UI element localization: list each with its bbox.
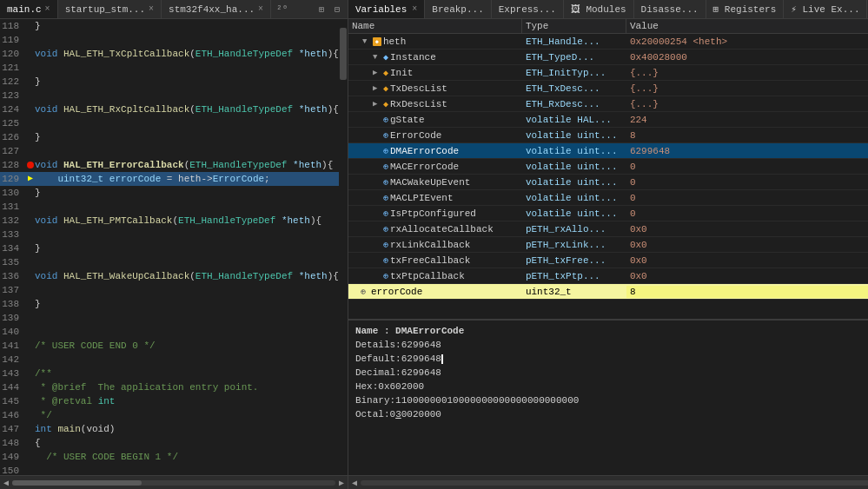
tab-breakpoints[interactable]: Breakp... bbox=[425, 0, 491, 18]
vars-horizontal-scrollbar[interactable]: ◀ ▶ bbox=[348, 475, 868, 489]
tab-disassembly[interactable]: Disasse... bbox=[634, 0, 706, 18]
h-scrollbar-thumb[interactable] bbox=[12, 480, 142, 486]
breakpoint-gutter[interactable] bbox=[26, 158, 35, 172]
breakpoint-gutter[interactable] bbox=[26, 450, 35, 464]
var-row-errorcode-local[interactable]: ⊕ errorCode uint32_t 8 bbox=[348, 284, 868, 300]
var-row-rxallocatecallback[interactable]: ▶ ⊕ rxAllocateCallback pETH_rxAllo... 0x… bbox=[348, 221, 868, 237]
var-value-dmaerrorcode: 6299648 bbox=[626, 145, 868, 157]
breakpoint-gutter[interactable] bbox=[26, 102, 35, 116]
code-area: 118 } 119 120 void HAL_ETH_TxCpltCallbac… bbox=[0, 19, 348, 475]
close-icon[interactable]: × bbox=[45, 4, 50, 14]
scroll-right-icon[interactable]: ▶ bbox=[339, 478, 344, 488]
var-row-rxdesclist[interactable]: ▶ ◆ RxDescList ETH_RxDesc... {...} bbox=[348, 96, 868, 112]
code-horizontal-scrollbar[interactable]: ◀ ▶ bbox=[0, 475, 348, 489]
var-row-txptpcallback[interactable]: ▶ ⊕ txPtpCallback pETH_txPtp... 0x0 bbox=[348, 268, 868, 284]
breakpoint-gutter[interactable] bbox=[26, 89, 35, 102]
var-name-txptpcallback: ▶ ⊕ txPtpCallback bbox=[348, 270, 522, 282]
var-row-instance[interactable]: ▼ ◆ Instance ETH_TypeD... 0x40028000 bbox=[348, 50, 868, 65]
var-type-rxallocatecallback: pETH_rxAllo... bbox=[522, 223, 626, 235]
code-text: void HAL_ETH_WakeUpCallback(ETH_HandleTy… bbox=[35, 269, 339, 283]
breakpoint-gutter[interactable] bbox=[26, 116, 35, 130]
code-line: 120 void HAL_ETH_TxCpltCallback(ETH_Hand… bbox=[0, 47, 339, 61]
breakpoint-gutter[interactable] bbox=[26, 61, 35, 75]
var-row-gstate[interactable]: ▶ ⊕ gState volatile HAL... 224 bbox=[348, 112, 868, 128]
breakpoint-gutter[interactable] bbox=[26, 75, 35, 89]
tab-main-c[interactable]: main.c × bbox=[0, 0, 58, 18]
breakpoint-gutter[interactable] bbox=[26, 283, 35, 297]
var-type-rxlinkcallback: pETH_rxLink... bbox=[522, 239, 626, 251]
var-row-macwakeupevent[interactable]: ▶ ⊕ MACWakeUpEvent volatile uint... 0 bbox=[348, 175, 868, 190]
breakpoint-gutter[interactable] bbox=[26, 228, 35, 241]
breakpoint-gutter[interactable] bbox=[26, 33, 35, 47]
breakpoint-gutter[interactable] bbox=[26, 311, 35, 325]
var-row-macerrorcode[interactable]: ▶ ⊕ MACErrorCode volatile uint... 0 bbox=[348, 159, 868, 175]
close-icon[interactable]: × bbox=[258, 4, 263, 14]
variables-table[interactable]: ▼ ◆ heth ETH_Handle... 0x20000254 <heth>… bbox=[348, 34, 868, 319]
code-text bbox=[35, 228, 339, 241]
breakpoint-gutter[interactable] bbox=[26, 200, 35, 214]
breakpoint-gutter[interactable] bbox=[26, 241, 35, 255]
var-label: Init bbox=[390, 68, 413, 78]
expand-icon[interactable]: ▶ bbox=[373, 68, 381, 77]
scroll-left-icon[interactable]: ◀ bbox=[3, 478, 9, 488]
var-row-errorcode-eth[interactable]: ▶ ⊕ ErrorCode volatile uint... 8 bbox=[348, 128, 868, 143]
scrollbar-thumb[interactable] bbox=[340, 28, 347, 80]
breakpoint-gutter[interactable] bbox=[26, 47, 35, 61]
breakpoint-gutter[interactable] bbox=[26, 367, 35, 380]
breakpoint-gutter[interactable] bbox=[26, 353, 35, 367]
var-row-txfreecallback[interactable]: ▶ ⊕ txFreeCallback pETH_txFree... 0x0 bbox=[348, 253, 868, 268]
line-number: 143 bbox=[0, 367, 26, 380]
var-label: gState bbox=[390, 115, 425, 125]
var-row-init[interactable]: ▶ ◆ Init ETH_InitTyp... {...} bbox=[348, 65, 868, 81]
tab-startup[interactable]: startup_stm... × bbox=[58, 0, 162, 18]
breakpoint-gutter[interactable] bbox=[26, 297, 35, 311]
var-row-maclpievent[interactable]: ▶ ⊕ MACLPIEvent volatile uint... 0 bbox=[348, 190, 868, 206]
expand-icon[interactable]: ▶ bbox=[373, 99, 381, 109]
tab-variables[interactable]: Variables × bbox=[348, 0, 425, 19]
expand-icon[interactable]: ▼ bbox=[373, 53, 381, 62]
breakpoint-gutter[interactable] bbox=[26, 130, 35, 144]
struct-icon: ◆ bbox=[383, 99, 388, 109]
var-row-isptpconfigured[interactable]: ▶ ⊕ IsPtpConfigured volatile uint... 0 bbox=[348, 206, 868, 221]
var-name-macwakeupevent: ▶ ⊕ MACWakeUpEvent bbox=[348, 176, 522, 188]
code-line: 126 } bbox=[0, 130, 339, 144]
var-row-rxlinkcallback[interactable]: ▶ ⊕ rxLinkCallback pETH_rxLink... 0x0 bbox=[348, 237, 868, 253]
tab-modules[interactable]: 🖼 Modules bbox=[564, 0, 634, 18]
close-icon[interactable]: × bbox=[149, 4, 154, 14]
breakpoint-gutter[interactable] bbox=[26, 144, 35, 158]
breakpoint-gutter[interactable]: ▶ bbox=[26, 172, 35, 186]
breakpoint-gutter[interactable] bbox=[26, 19, 35, 33]
tab-overflow[interactable]: ²⁰ bbox=[271, 0, 293, 18]
var-row-heth[interactable]: ▼ ◆ heth ETH_Handle... 0x20000254 <heth> bbox=[348, 34, 868, 50]
split-editor-button[interactable]: ⊞ bbox=[315, 3, 328, 17]
breakpoint-gutter[interactable] bbox=[26, 436, 35, 450]
tab-stm32[interactable]: stm32f4xx_ha... × bbox=[162, 0, 271, 18]
code-line: 128 void HAL_ETH_ErrorCallback(ETH_Handl… bbox=[0, 158, 339, 172]
expand-icon[interactable]: ▶ bbox=[373, 83, 381, 93]
breakpoint-gutter[interactable] bbox=[26, 269, 35, 283]
tab-registers[interactable]: ⊞ Registers bbox=[706, 0, 785, 18]
code-editor[interactable]: 118 } 119 120 void HAL_ETH_TxCpltCallbac… bbox=[0, 19, 339, 475]
code-line: 148 { bbox=[0, 436, 339, 450]
var-row-txdesclist[interactable]: ▶ ◆ TxDescList ETH_TxDesc... {...} bbox=[348, 81, 868, 96]
breakpoint-gutter[interactable] bbox=[26, 186, 35, 200]
breakpoint-gutter[interactable] bbox=[26, 380, 35, 394]
scroll-left-icon[interactable]: ◀ bbox=[352, 478, 357, 488]
close-editors-button[interactable]: ⊟ bbox=[330, 3, 344, 17]
breakpoint-gutter[interactable] bbox=[26, 408, 35, 422]
code-scrollbar[interactable] bbox=[339, 19, 348, 475]
var-name-gstate: ▶ ⊕ gState bbox=[348, 114, 522, 126]
breakpoint-gutter[interactable] bbox=[26, 255, 35, 269]
breakpoint-gutter[interactable] bbox=[26, 325, 35, 339]
var-type-errorcode-eth: volatile uint... bbox=[522, 129, 626, 142]
tab-live-expressions[interactable]: ⚡ Live Ex... bbox=[784, 0, 867, 18]
breakpoint-gutter[interactable] bbox=[26, 214, 35, 228]
breakpoint-gutter[interactable] bbox=[26, 394, 35, 408]
breakpoint-gutter[interactable] bbox=[26, 422, 35, 436]
breakpoint-gutter[interactable] bbox=[26, 339, 35, 353]
breakpoint-gutter[interactable] bbox=[26, 464, 35, 475]
close-icon[interactable]: × bbox=[412, 4, 417, 14]
tab-expressions[interactable]: Express... bbox=[492, 0, 564, 18]
expand-icon[interactable]: ▼ bbox=[362, 37, 371, 46]
var-row-dmaerrorcode[interactable]: ▶ ⊕ DMAErrorCode volatile uint... 629964… bbox=[348, 143, 868, 159]
